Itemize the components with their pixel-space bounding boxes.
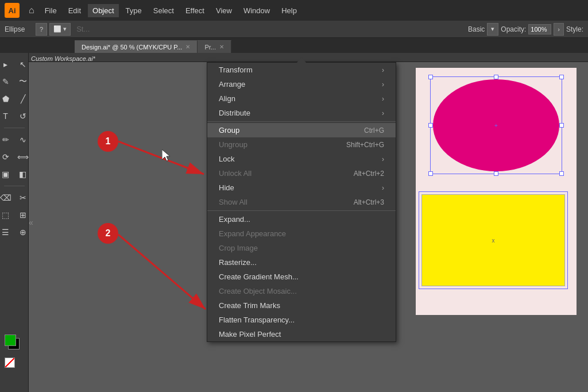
tools-divider-2 [4, 186, 25, 186]
menu-group[interactable]: Group Ctrl+G [207, 123, 396, 137]
unlock-shortcut: Alt+Ctrl+2 [354, 170, 384, 178]
toolbar: Ellipse ? ⬜ ▾ St... Basic ▾ Opacity: › S… [0, 21, 588, 38]
menu-expand-appearance: Expand Appearance [207, 226, 396, 241]
tab-bar: Design.ai* @ 50 % (CMYK/CPU P... ✕ Pr...… [0, 38, 588, 53]
menu-distribute[interactable]: Distribute › [207, 106, 396, 120]
scissors-tool[interactable]: ✂ [15, 190, 31, 206]
step-1-indicator: 1 [98, 131, 118, 152]
menu-lock[interactable]: Lock › [207, 152, 396, 166]
menu-bar: Ai ⌂ File Edit Object Type Select Effect… [0, 0, 588, 21]
menu-object[interactable]: Object [88, 4, 119, 17]
menu-transform[interactable]: Transform › [207, 63, 396, 77]
arc-tool[interactable]: ↺ [15, 108, 31, 124]
menu-hide[interactable]: Hide › [207, 180, 396, 195]
handle-tl[interactable] [428, 75, 433, 79]
menu-select[interactable]: Select [149, 4, 179, 17]
menu-file[interactable]: File [40, 4, 61, 17]
handle-tm[interactable] [494, 75, 498, 79]
opacity-arrow[interactable]: › [554, 23, 564, 36]
tab-design[interactable]: Design.ai* @ 50 % (CMYK/CPU P... ✕ [75, 40, 198, 53]
smooth-tool[interactable]: ∿ [15, 132, 31, 148]
style-label: Basic [468, 25, 485, 33]
pen-tool[interactable]: ✎ [0, 74, 14, 90]
distribute-submenu-arrow: › [382, 109, 384, 117]
style-suffix: Style: [566, 25, 583, 33]
menu-create-trim-marks[interactable]: Create Trim Marks [207, 298, 396, 313]
tab-design-label: Design.ai* @ 50 % (CMYK/CPU P... [82, 44, 182, 51]
toolbar-separator: St... [76, 25, 90, 33]
menu-unlock-all: Unlock All Alt+Ctrl+2 [207, 166, 396, 180]
menu-window[interactable]: Window [239, 4, 274, 17]
tab-preview[interactable]: Pr... ✕ [198, 40, 231, 53]
direct-select-tool[interactable]: ↖ [15, 56, 31, 72]
style-dropdown[interactable]: ▾ [487, 23, 498, 36]
curvature-tool[interactable]: 〜 [15, 74, 31, 90]
none-swatch[interactable] [5, 358, 15, 368]
line-tool[interactable]: ╱ [15, 91, 31, 107]
hand-tool[interactable]: ☰ [0, 224, 14, 240]
tool-label: Ellipse [5, 25, 33, 33]
menu-type[interactable]: Type [121, 4, 146, 17]
select-tool[interactable]: ▸ [0, 56, 14, 72]
menu-edit[interactable]: Edit [64, 4, 86, 17]
lock-submenu-arrow: › [382, 155, 384, 163]
svg-line-2 [118, 141, 204, 174]
canvas-background: + x [416, 68, 577, 315]
text-tool[interactable]: T [0, 108, 14, 124]
menu-show-all: Show All Alt+Ctrl+3 [207, 195, 396, 209]
menu-effect[interactable]: Effect [181, 4, 209, 17]
menu-arrange[interactable]: Arrange › [207, 77, 396, 91]
handle-bm[interactable] [494, 171, 498, 176]
handle-tr[interactable] [559, 75, 564, 79]
menu-ungroup: Ungroup Shift+Ctrl+G [207, 137, 396, 152]
menu-create-gradient-mesh[interactable]: Create Gradient Mesh... [207, 270, 396, 284]
tool-options-button[interactable]: ? [36, 23, 47, 36]
menu-rasterize[interactable]: Rasterize... [207, 255, 396, 270]
opacity-section: Basic ▾ Opacity: › Style: [468, 23, 583, 36]
handle-br[interactable] [559, 171, 564, 176]
workspace-inner: + x 1 2 [29, 62, 588, 392]
menu-make-pixel-perfect[interactable]: Make Pixel Perfect [207, 327, 396, 341]
eraser-tool[interactable]: ⌫ [0, 190, 14, 206]
separator-1 [207, 121, 396, 122]
handle-mr[interactable] [559, 123, 564, 128]
home-button[interactable]: ⌂ [25, 3, 38, 18]
artboard-tool[interactable]: ⬚ [0, 207, 14, 223]
rotate-tool[interactable]: ⟳ [0, 149, 14, 165]
workspace[interactable]: Custom Workspace.ai* « + [29, 53, 588, 392]
cursor-pointer [162, 149, 172, 164]
fill-swatch[interactable] [5, 335, 16, 346]
tool-transform-button[interactable]: ⬜ ▾ [49, 23, 71, 36]
handle-ml[interactable] [428, 123, 433, 128]
align-submenu-arrow: › [382, 95, 384, 103]
gradient-tool[interactable]: ◧ [15, 166, 31, 182]
menu-help[interactable]: Help [277, 4, 301, 17]
fill-tool[interactable]: ▣ [0, 166, 14, 182]
svg-line-3 [118, 235, 206, 309]
menu-flatten-transparency[interactable]: Flatten Transparency... [207, 313, 396, 327]
rect-shape[interactable]: x [421, 194, 565, 286]
workspace-label: Custom Workspace.ai* [31, 55, 95, 62]
color-area [5, 335, 23, 369]
menu-view[interactable]: View [211, 4, 237, 17]
tools-divider [4, 128, 25, 128]
reflect-tool[interactable]: ⟺ [15, 149, 31, 165]
panel-collapse-arrow[interactable]: « [29, 218, 33, 227]
ellipse-shape[interactable] [433, 79, 559, 171]
tools-panel: ▸ ↖ ✎ 〜 ⬟ ╱ T ↺ ✏ ∿ ⟳ ⟺ ▣ ◧ ⌫ [0, 53, 29, 392]
step-2-indicator: 2 [98, 223, 118, 244]
opacity-label: Opacity: [501, 25, 526, 33]
tab-design-close[interactable]: ✕ [185, 44, 190, 50]
tab-preview-close[interactable]: ✕ [219, 44, 224, 50]
main-area: ▸ ↖ ✎ 〜 ⬟ ╱ T ↺ ✏ ∿ ⟳ ⟺ ▣ ◧ ⌫ [0, 53, 588, 392]
menu-expand[interactable]: Expand... [207, 212, 396, 226]
menu-align[interactable]: Align › [207, 91, 396, 106]
pencil-tool[interactable]: ✏ [0, 132, 14, 148]
separator-2 [207, 210, 396, 211]
menu-arrow-indicator [297, 57, 306, 63]
shape-tool[interactable]: ⬟ [0, 91, 14, 107]
handle-bl[interactable] [428, 171, 433, 176]
ungroup-shortcut: Shift+Ctrl+G [346, 141, 384, 149]
opacity-input[interactable] [528, 24, 551, 34]
show-all-shortcut: Alt+Ctrl+3 [354, 198, 384, 206]
